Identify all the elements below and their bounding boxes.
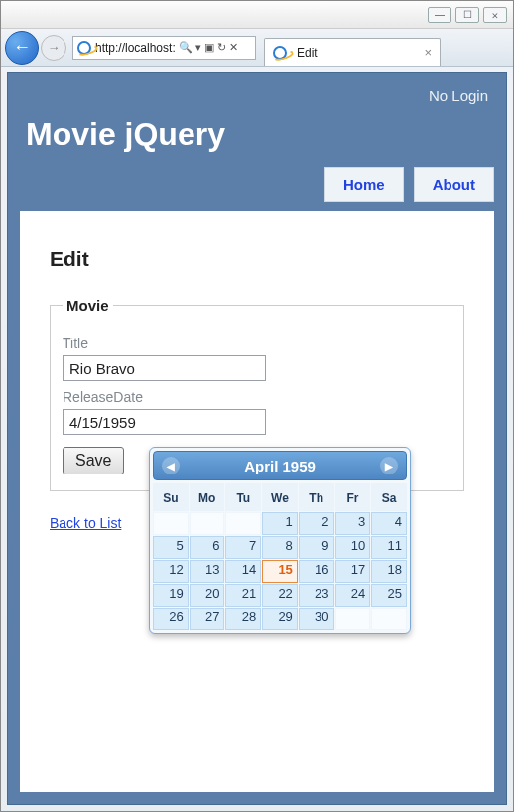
- day-cell[interactable]: 25: [371, 584, 407, 607]
- prev-month-button[interactable]: ◀: [162, 457, 180, 474]
- main-panel: Edit Movie Title ReleaseDate Save Back t…: [20, 211, 494, 792]
- url-text: http://localhost:: [95, 41, 176, 55]
- tab-favicon-icon: [273, 46, 287, 60]
- forward-button[interactable]: →: [41, 35, 66, 61]
- fieldset-legend: Movie: [63, 297, 113, 314]
- day-cell[interactable]: 28: [225, 608, 261, 630]
- arrow-left-icon: ←: [13, 37, 31, 58]
- day-cell[interactable]: 23: [299, 584, 334, 607]
- datepicker-header: ◀ April 1959 ▶: [153, 451, 407, 480]
- datepicker: ◀ April 1959 ▶ SuMoTuWeThFrSa12345678910…: [149, 447, 411, 634]
- dow-header: Fr: [335, 483, 371, 511]
- dropdown-icon[interactable]: ▾: [195, 41, 201, 54]
- datepicker-grid: SuMoTuWeThFrSa12345678910111213141516171…: [153, 483, 407, 630]
- ie-logo-icon: [77, 41, 91, 55]
- day-cell[interactable]: 26: [153, 608, 189, 630]
- day-cell[interactable]: 20: [190, 584, 225, 607]
- address-bar[interactable]: http://localhost: 🔍 ▾ ▣ ↻ ✕: [72, 36, 256, 60]
- dow-header: Sa: [371, 483, 407, 511]
- dow-header: Mo: [190, 483, 225, 511]
- stop-icon[interactable]: ✕: [229, 41, 238, 54]
- empty-cell: [190, 512, 225, 535]
- day-cell[interactable]: 30: [299, 608, 334, 630]
- dow-header: Tu: [225, 483, 261, 511]
- nav-about[interactable]: About: [414, 167, 494, 202]
- address-controls: 🔍 ▾ ▣ ↻ ✕: [179, 41, 238, 54]
- day-cell[interactable]: 13: [190, 560, 225, 583]
- day-cell[interactable]: 2: [299, 512, 334, 535]
- day-cell[interactable]: 14: [225, 560, 261, 583]
- day-cell[interactable]: 1: [262, 512, 298, 535]
- month-year-label: April 1959: [244, 458, 316, 474]
- day-cell[interactable]: 4: [371, 512, 407, 535]
- minimize-button[interactable]: —: [428, 7, 451, 23]
- day-cell[interactable]: 11: [371, 536, 407, 559]
- browser-tab[interactable]: Edit ×: [264, 38, 441, 66]
- day-cell[interactable]: 7: [225, 536, 261, 559]
- day-cell[interactable]: 3: [335, 512, 371, 535]
- window-frame: — ☐ ⨉ ← → http://localhost: 🔍 ▾ ▣ ↻ ✕ Ed…: [0, 0, 514, 812]
- titlebar: — ☐ ⨉: [1, 1, 513, 29]
- day-cell[interactable]: 27: [190, 608, 225, 630]
- title-input[interactable]: [63, 355, 266, 381]
- browser-toolbar: ← → http://localhost: 🔍 ▾ ▣ ↻ ✕ Edit ×: [1, 29, 513, 67]
- app-page: No Login Movie jQuery Home About Edit Mo…: [7, 72, 507, 805]
- search-icon[interactable]: 🔍: [179, 41, 193, 54]
- dow-header: Th: [299, 483, 334, 511]
- dow-header: Su: [153, 483, 189, 511]
- day-cell[interactable]: 24: [335, 584, 371, 607]
- site-brand: Movie jQuery: [20, 114, 494, 167]
- empty-cell: [335, 608, 371, 630]
- main-nav: Home About: [20, 167, 494, 211]
- tab-title: Edit: [297, 46, 318, 60]
- releasedate-input[interactable]: [63, 409, 266, 435]
- day-cell[interactable]: 5: [153, 536, 189, 559]
- title-label: Title: [63, 336, 451, 351]
- releasedate-label: ReleaseDate: [63, 389, 451, 405]
- tab-close-button[interactable]: ×: [424, 45, 432, 60]
- empty-cell: [225, 512, 261, 535]
- day-cell[interactable]: 21: [225, 584, 261, 607]
- refresh-icon[interactable]: ↻: [217, 41, 226, 54]
- day-cell[interactable]: 17: [335, 560, 371, 583]
- day-cell[interactable]: 19: [153, 584, 189, 607]
- empty-cell: [371, 608, 407, 630]
- content-area: No Login Movie jQuery Home About Edit Mo…: [1, 67, 513, 811]
- arrow-right-icon: →: [48, 40, 61, 55]
- save-button[interactable]: Save: [63, 447, 124, 474]
- day-cell[interactable]: 29: [262, 608, 298, 630]
- day-cell[interactable]: 12: [153, 560, 189, 583]
- day-cell[interactable]: 16: [299, 560, 334, 583]
- next-month-button[interactable]: ▶: [380, 457, 398, 474]
- back-button[interactable]: ←: [5, 31, 39, 65]
- compat-icon[interactable]: ▣: [204, 41, 214, 54]
- page-title: Edit: [50, 247, 464, 271]
- close-window-button[interactable]: ⨉: [483, 7, 507, 23]
- day-cell[interactable]: 10: [335, 536, 371, 559]
- day-cell[interactable]: 18: [371, 560, 407, 583]
- day-cell[interactable]: 15: [262, 560, 298, 583]
- day-cell[interactable]: 6: [190, 536, 225, 559]
- day-cell[interactable]: 22: [262, 584, 298, 607]
- tab-strip: Edit ×: [264, 29, 509, 66]
- empty-cell: [153, 512, 189, 535]
- day-cell[interactable]: 9: [299, 536, 334, 559]
- back-to-list-link[interactable]: Back to List: [50, 515, 121, 531]
- login-status[interactable]: No Login: [20, 85, 494, 114]
- dow-header: We: [262, 483, 298, 511]
- nav-home[interactable]: Home: [324, 167, 404, 202]
- maximize-button[interactable]: ☐: [455, 7, 479, 23]
- day-cell[interactable]: 8: [262, 536, 298, 559]
